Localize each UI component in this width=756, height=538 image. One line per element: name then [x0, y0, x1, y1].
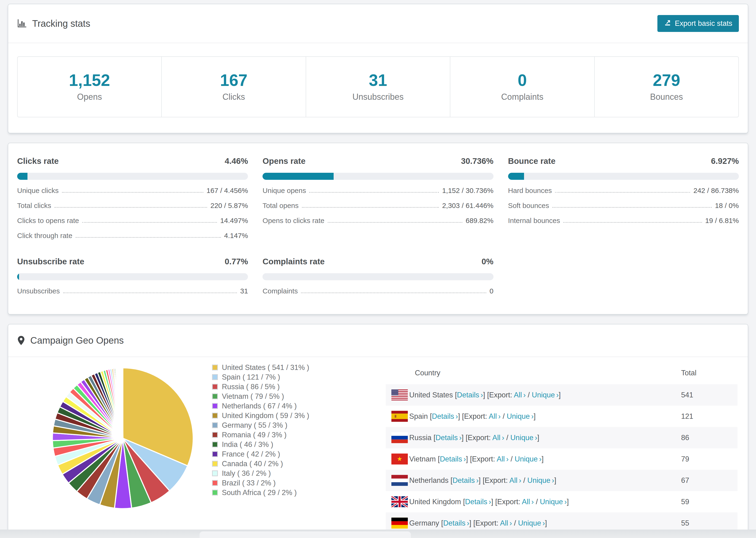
details-link[interactable]: Details [432, 412, 454, 420]
rate-progress-bar [262, 273, 493, 280]
detail-value: 167 / 4.456% [207, 187, 248, 195]
details-link[interactable]: Details [453, 476, 475, 484]
legend-swatch [212, 490, 218, 496]
dashboard-page: Tracking stats Export basic stats 1,152O… [0, 0, 756, 532]
bracket: ] [ [469, 519, 475, 527]
detail-label: Unique opens [262, 187, 306, 195]
scrollbar-thumb[interactable] [199, 531, 411, 538]
slash: / [512, 519, 518, 527]
legend-label: Italy ( 36 / 2% ) [222, 469, 271, 478]
rate-detail-row: Complaints0 [262, 287, 493, 295]
export-all-link[interactable]: All [522, 498, 530, 506]
stat-label: Clicks [162, 92, 305, 102]
detail-label: Clicks to opens rate [17, 216, 79, 225]
geo-table-row-de: Germany [Details›] [Export: All› / Uniqu… [386, 512, 737, 532]
chevron-right-icon: › [522, 391, 526, 399]
country-cell: United Kingdom [Details›] [Export: All› … [409, 491, 681, 512]
export-unique-link[interactable]: Unique [514, 455, 538, 463]
export-unique-link[interactable]: Unique [518, 519, 541, 527]
legend-label: Brazil ( 33 / 2% ) [222, 479, 276, 487]
detail-value: 242 / 86.738% [693, 187, 739, 195]
legend-item-france: France ( 42 / 2% ) [212, 449, 351, 459]
pie-slice-other-53[interactable] [123, 368, 123, 438]
rate-detail-row: Click through rate4.147% [17, 232, 248, 240]
legend-item-russia: Russia ( 86 / 5% ) [212, 382, 351, 392]
detail-value: 14.497% [220, 216, 248, 225]
geo-body: United States ( 541 / 31% )Spain ( 121 /… [8, 357, 748, 532]
country-name: Germany [409, 519, 441, 527]
rate-value: 6.927% [711, 156, 739, 166]
campaign-geo-opens-card: Campaign Geo Opens United States ( 541 /… [8, 324, 748, 532]
chevron-right-icon: › [530, 412, 533, 420]
stat-value: 31 [306, 71, 450, 90]
legend-item-south-africa: South Africa ( 29 / 2% ) [212, 488, 351, 497]
legend-item-canada: Canada ( 40 / 2% ) [212, 459, 351, 468]
country-cell: Russia [Details›] [Export: All› / Unique… [409, 427, 681, 448]
bracket: ] [ [458, 412, 464, 420]
legend-item-vietnam: Vietnam ( 79 / 5% ) [212, 392, 351, 401]
legend-swatch [212, 422, 218, 428]
geo-header: Campaign Geo Opens [8, 324, 748, 356]
chevron-right-icon: › [487, 498, 491, 506]
horizontal-scrollbar[interactable] [0, 529, 756, 538]
pie-legend: United States ( 541 / 31% )Spain ( 121 /… [212, 357, 351, 497]
rate-panel-bounce-rate: Bounce rate6.927%Hard bounces242 / 86.73… [508, 156, 739, 240]
details-link[interactable]: Details [465, 498, 487, 506]
export-all-link[interactable]: All [500, 519, 508, 527]
tracking-stats-header: Tracking stats Export basic stats [8, 4, 748, 43]
geo-table-header-row: Country Total [386, 362, 737, 384]
detail-label: Unsubscribes [17, 287, 60, 295]
geo-title: Campaign Geo Opens [17, 335, 124, 346]
geo-pie-chart[interactable] [17, 357, 212, 513]
chevron-right-icon: › [538, 455, 541, 463]
export-unique-link[interactable]: Unique [532, 391, 555, 399]
rate-detail-row: Internal bounces19 / 6.81% [508, 216, 739, 225]
detail-value: 4.147% [224, 232, 248, 240]
chevron-right-icon: › [508, 519, 512, 527]
detail-label: Soft bounces [508, 201, 549, 210]
de-flag-icon [386, 512, 409, 532]
bracket: ] [ [479, 476, 485, 484]
rate-progress-bar [262, 173, 493, 180]
details-link[interactable]: Details [436, 434, 458, 442]
export-all-link[interactable]: All [492, 434, 500, 442]
legend-label: Netherlands ( 67 / 4% ) [222, 402, 297, 410]
export-all-link[interactable]: All [497, 455, 505, 463]
geo-table-row-vn: Vietnam [Details›] [Export: All› / Uniqu… [386, 448, 737, 470]
legend-label: United Kingdom ( 59 / 3% ) [222, 411, 309, 420]
export-unique-link[interactable]: Unique [540, 498, 563, 506]
export-unique-link[interactable]: Unique [527, 476, 550, 484]
detail-value: 19 / 6.81% [705, 216, 739, 225]
legend-item-spain: Spain ( 121 / 7% ) [212, 372, 351, 382]
bracket: [ [441, 519, 443, 527]
rate-value: 30.736% [461, 156, 493, 166]
details-link[interactable]: Details [440, 455, 462, 463]
country-name: United States [409, 391, 455, 399]
bracket: ] [554, 476, 557, 484]
chevron-right-icon: › [501, 434, 504, 442]
details-link[interactable]: Details [457, 391, 479, 399]
rate-detail-row: Total opens2,303 / 61.446% [262, 201, 493, 210]
export-label: Export: [485, 476, 509, 484]
stats-strip: 1,152Opens167Clicks31Unsubscribes0Compla… [17, 56, 739, 117]
dotted-leader [553, 207, 712, 208]
export-unique-link[interactable]: Unique [511, 434, 533, 442]
detail-value: 31 [240, 287, 248, 295]
export-all-link[interactable]: All [509, 476, 517, 484]
tracking-stats-title-text: Tracking stats [32, 18, 90, 29]
export-all-link[interactable]: All [514, 391, 522, 399]
legend-label: Vietnam ( 79 / 5% ) [222, 392, 284, 401]
detail-label: Hard bounces [508, 187, 552, 195]
rate-value: 0% [482, 257, 494, 266]
stat-value: 279 [595, 71, 738, 90]
rate-progress-bar [17, 273, 248, 280]
legend-label: Spain ( 121 / 7% ) [222, 373, 280, 381]
slash: / [501, 412, 507, 420]
stat-box-bounces: 279Bounces [594, 57, 738, 117]
total-cell: 67 [681, 470, 737, 491]
details-link[interactable]: Details [443, 519, 465, 527]
export-basic-stats-button[interactable]: Export basic stats [657, 15, 739, 32]
export-unique-link[interactable]: Unique [507, 412, 530, 420]
export-all-link[interactable]: All [489, 412, 497, 420]
legend-item-netherlands: Netherlands ( 67 / 4% ) [212, 401, 351, 411]
